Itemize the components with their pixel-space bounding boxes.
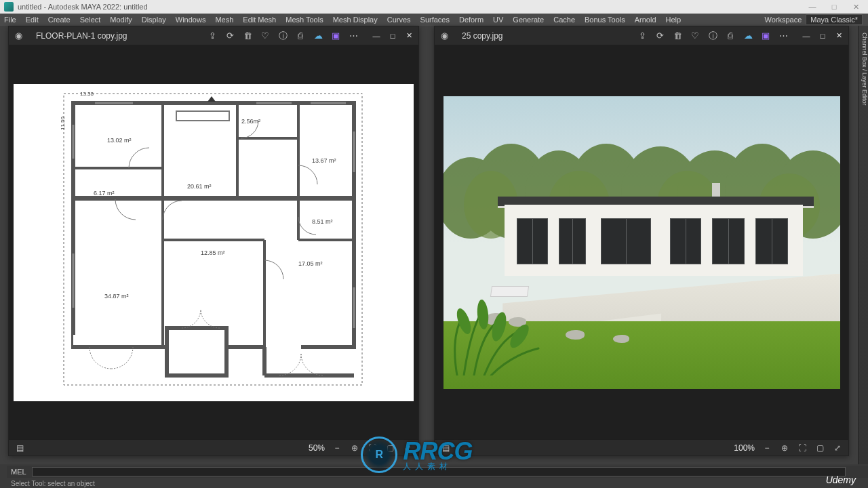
watermark: R RRCG 人人素材 (361, 436, 472, 473)
trash-icon[interactable]: 🗑 (242, 30, 253, 41)
minimize-icon[interactable]: — (804, 3, 821, 12)
room-label: 34.87 m² (104, 293, 129, 300)
menu-modify[interactable]: Modify (110, 16, 132, 24)
viewer-minimize-icon[interactable]: — (801, 30, 812, 41)
fullscreen-icon[interactable]: ⤢ (832, 443, 843, 453)
cloud-icon[interactable]: ☁ (313, 30, 323, 41)
zoom-out-icon[interactable]: − (762, 443, 772, 453)
image-viewer-right: ◉ 25 copy.jpg ⇪ ⟳ 🗑 ♡ ⓘ ⎙ ☁ ▣ ⋯ — □ ✕ (434, 26, 849, 456)
trash-icon[interactable]: 🗑 (672, 30, 683, 41)
viewer-right-zoom: 100% (734, 443, 755, 453)
print-icon[interactable]: ⎙ (725, 30, 736, 41)
main-workspace: Channel Box / Layer Editor ◉ FLOOR-PLAN-… (0, 26, 868, 464)
close-icon[interactable]: ✕ (848, 3, 864, 12)
menu-file[interactable]: File (4, 16, 16, 24)
svg-rect-4 (167, 328, 226, 375)
room-label: 13.02 m² (107, 137, 132, 144)
grid-icon[interactable]: ▤ (14, 443, 25, 453)
viewer-left-canvas[interactable]: 13.38 11.50 13.02 m² 2.56m² 13.67 m² 6.1… (9, 45, 418, 439)
back-icon[interactable]: ◉ (439, 30, 450, 41)
more-icon[interactable]: ⋯ (348, 30, 359, 41)
viewer-right-canvas[interactable] (435, 45, 848, 439)
menu-edit[interactable]: Edit (26, 16, 39, 24)
viewer-right-toolbar: ◉ 25 copy.jpg ⇪ ⟳ 🗑 ♡ ⓘ ⎙ ☁ ▣ ⋯ — □ ✕ (435, 26, 848, 45)
workspace-value: Maya Classic* (806, 14, 863, 25)
menu-mesh-tools[interactable]: Mesh Tools (285, 16, 323, 24)
zoom-in-icon[interactable]: ⊕ (779, 443, 790, 453)
viewer-maximize-icon[interactable]: □ (387, 30, 398, 41)
menu-select[interactable]: Select (80, 16, 101, 24)
svg-marker-22 (208, 96, 216, 102)
heart-icon[interactable]: ♡ (260, 30, 271, 41)
menu-uv[interactable]: UV (493, 16, 503, 24)
zoom-in-icon[interactable]: ⊕ (349, 443, 360, 453)
refresh-icon[interactable]: ⟳ (654, 30, 665, 41)
mel-tab[interactable]: MEL (11, 468, 26, 476)
aspect-icon[interactable]: ⛶ (797, 443, 808, 453)
menu-generate[interactable]: Generate (513, 16, 544, 24)
viewer-close-icon[interactable]: ✕ (833, 30, 844, 41)
viewer-close-icon[interactable]: ✕ (403, 30, 414, 41)
info-circle-icon[interactable]: ⓘ (707, 30, 718, 41)
viewer-left-toolbar: ◉ FLOOR-PLAN-1 copy.jpg ⇪ ⟳ 🗑 ♡ ⓘ ⎙ ☁ ▣ … (9, 26, 418, 45)
room-label: 17.05 m² (298, 260, 323, 267)
menu-cache[interactable]: Cache (553, 16, 575, 24)
watermark-logo-icon: R (361, 436, 397, 473)
room-label: 8.51 m² (312, 218, 333, 225)
house-render-image (443, 96, 840, 389)
menu-bonus-tools[interactable]: Bonus Tools (585, 16, 625, 24)
main-menubar: File Edit Create Select Modify Display W… (0, 14, 868, 26)
watermark-main: RRCG (403, 439, 472, 464)
window-title: untitled - Autodesk MAYA 2022: untitled (18, 3, 148, 11)
maximize-icon[interactable]: □ (826, 3, 842, 12)
room-label: 13.67 m² (312, 157, 336, 164)
viewer-minimize-icon[interactable]: — (371, 30, 382, 41)
share-icon[interactable]: ⇪ (207, 30, 218, 41)
side-panel[interactable]: Channel Box / Layer Editor (858, 26, 868, 464)
svg-point-43 (476, 299, 490, 329)
menu-display[interactable]: Display (142, 16, 166, 24)
cloud-icon[interactable]: ☁ (743, 30, 753, 41)
viewer-right-statusbar: ▤ 100% − ⊕ ⛶ ▢ ⤢ (435, 439, 848, 455)
viewer-left-zoom: 50% (309, 443, 325, 453)
svg-rect-1 (73, 103, 354, 198)
zoom-out-icon[interactable]: − (332, 443, 342, 453)
menu-curves[interactable]: Curves (387, 16, 411, 24)
panel-tab[interactable]: Channel Box / Layer Editor (861, 33, 868, 106)
share-icon[interactable]: ⇪ (637, 30, 648, 41)
brand-label: Udemy (826, 474, 856, 485)
menu-edit-mesh[interactable]: Edit Mesh (243, 16, 276, 24)
floorplan-width: 13.38 (80, 91, 94, 97)
menu-arnold[interactable]: Arnold (635, 16, 656, 24)
refresh-icon[interactable]: ⟳ (224, 30, 235, 41)
image-viewer-left: ◉ FLOOR-PLAN-1 copy.jpg ⇪ ⟳ 🗑 ♡ ⓘ ⎙ ☁ ▣ … (8, 26, 419, 456)
menu-mesh-display[interactable]: Mesh Display (333, 16, 378, 24)
maya-logo-icon (4, 2, 14, 12)
menu-create[interactable]: Create (48, 16, 71, 24)
status-line: Select Tool: select an object (7, 479, 868, 488)
menu-surfaces[interactable]: Surfaces (420, 16, 450, 24)
viewer-left-filename: FLOOR-PLAN-1 copy.jpg (36, 31, 127, 41)
viewer-left-statusbar: ▤ 50% − ⊕ ⛶ ▢ ⤢ (9, 439, 418, 455)
app-icon[interactable]: ▣ (760, 30, 771, 41)
heart-icon[interactable]: ♡ (690, 30, 701, 41)
menu-deform[interactable]: Deform (459, 16, 484, 24)
menu-mesh[interactable]: Mesh (215, 16, 233, 24)
slideshow-icon[interactable]: ▢ (814, 443, 825, 453)
viewer-maximize-icon[interactable]: □ (817, 30, 828, 41)
more-icon[interactable]: ⋯ (778, 30, 789, 41)
print-icon[interactable]: ⎙ (295, 30, 306, 41)
menu-windows[interactable]: Windows (176, 16, 206, 24)
workspace-selector[interactable]: Workspace Maya Classic* (764, 14, 863, 25)
app-icon[interactable]: ▣ (330, 30, 341, 41)
menu-help[interactable]: Help (666, 16, 682, 24)
info-circle-icon[interactable]: ⓘ (277, 30, 288, 41)
room-label: 6.17 m² (94, 190, 115, 197)
window-titlebar: untitled - Autodesk MAYA 2022: untitled … (0, 0, 868, 14)
svg-rect-21 (176, 111, 229, 121)
floor-plan-image: 13.38 11.50 13.02 m² 2.56m² 13.67 m² 6.1… (14, 84, 414, 401)
workspace-label: Workspace (764, 16, 802, 24)
floorplan-height: 11.50 (60, 117, 66, 130)
back-icon[interactable]: ◉ (13, 30, 24, 41)
status-message: Select Tool: select an object (11, 480, 95, 487)
